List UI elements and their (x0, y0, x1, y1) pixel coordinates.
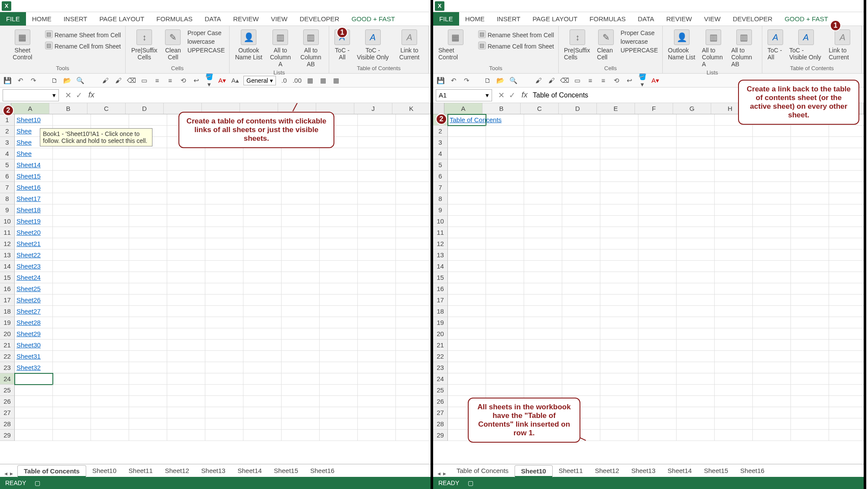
cell[interactable] (677, 137, 715, 148)
cell[interactable] (358, 272, 396, 283)
cell[interactable] (524, 249, 562, 261)
cell[interactable] (829, 216, 864, 227)
cell[interactable] (829, 362, 864, 373)
font-color-icon[interactable]: A▾ (217, 76, 227, 85)
cell[interactable] (205, 373, 243, 385)
cell[interactable] (600, 362, 638, 373)
cell[interactable] (829, 227, 864, 238)
cell[interactable] (677, 295, 715, 306)
cell[interactable] (91, 227, 129, 238)
open-icon[interactable]: 📂 (62, 76, 72, 85)
column-header[interactable]: D (559, 103, 597, 114)
cell[interactable] (396, 317, 431, 328)
cell[interactable] (715, 204, 753, 216)
cell[interactable] (53, 114, 91, 126)
cell[interactable] (677, 362, 715, 373)
cell[interactable] (167, 249, 205, 261)
row-header[interactable]: 20 (433, 328, 448, 340)
cell[interactable] (448, 272, 486, 283)
paint-icon[interactable]: 🖌 (547, 76, 556, 85)
row-header[interactable]: 15 (433, 272, 448, 283)
cell[interactable] (53, 148, 91, 159)
cell[interactable] (205, 193, 243, 204)
cell[interactable] (562, 385, 600, 396)
cell[interactable] (677, 171, 715, 182)
cell[interactable] (600, 249, 638, 261)
cell[interactable] (829, 295, 864, 306)
column-header[interactable]: A (444, 103, 483, 114)
cell[interactable] (791, 137, 829, 148)
cell[interactable] (524, 216, 562, 227)
cell[interactable] (638, 328, 677, 340)
cell[interactable] (129, 272, 167, 283)
cell[interactable] (677, 238, 715, 249)
cell[interactable] (53, 159, 91, 171)
presuffix-button[interactable]: ↕Pre|Suffix Cells (561, 28, 593, 62)
cell[interactable] (358, 137, 396, 148)
cell[interactable] (791, 283, 829, 295)
cell[interactable] (282, 171, 320, 182)
cell[interactable] (396, 159, 431, 171)
cell[interactable]: Sheet16 (15, 182, 53, 193)
cell[interactable] (753, 362, 791, 373)
cell[interactable] (15, 373, 53, 385)
cell[interactable] (167, 373, 205, 385)
cell[interactable] (205, 306, 243, 317)
cell[interactable] (358, 238, 396, 249)
cell[interactable] (562, 306, 600, 317)
cell[interactable] (129, 238, 167, 249)
nav-next-icon[interactable]: ▸ (10, 470, 13, 477)
cell[interactable] (562, 137, 600, 148)
row-header[interactable]: 18 (433, 306, 448, 317)
cell[interactable] (396, 227, 431, 238)
cell[interactable] (524, 171, 562, 182)
cell[interactable] (524, 351, 562, 362)
cell[interactable] (638, 249, 677, 261)
cell[interactable] (486, 126, 524, 137)
cell[interactable] (448, 317, 486, 328)
row-header[interactable]: 25 (0, 385, 15, 396)
row-header[interactable]: 15 (0, 272, 15, 283)
cell[interactable] (282, 295, 320, 306)
cell[interactable] (282, 272, 320, 283)
cell[interactable] (396, 114, 431, 126)
cell[interactable] (91, 396, 129, 407)
cell[interactable] (358, 159, 396, 171)
cell[interactable] (638, 148, 677, 159)
cell[interactable] (829, 193, 864, 204)
tab-data[interactable]: DATA (632, 12, 660, 26)
row-header[interactable]: 16 (0, 283, 15, 295)
tab-data[interactable]: DATA (198, 12, 227, 26)
cell[interactable] (753, 227, 791, 238)
tab-developer[interactable]: DEVELOPER (294, 12, 346, 26)
fill-color-icon[interactable]: 🪣▾ (638, 76, 647, 85)
indent-icon[interactable]: ≡ (586, 76, 595, 85)
cell[interactable] (205, 182, 243, 193)
column-header[interactable]: B (483, 103, 521, 114)
cell[interactable] (167, 418, 205, 430)
cell[interactable] (129, 114, 167, 126)
cell[interactable] (91, 430, 129, 441)
cell[interactable] (91, 159, 129, 171)
cell[interactable] (167, 430, 205, 441)
cell[interactable] (396, 295, 431, 306)
row-header[interactable]: 10 (433, 216, 448, 227)
cell[interactable] (638, 182, 677, 193)
cell[interactable] (715, 407, 753, 418)
cell[interactable] (205, 418, 243, 430)
cell[interactable] (715, 340, 753, 351)
cell[interactable] (638, 159, 677, 171)
sheet-tab[interactable]: Sheet12 (589, 465, 625, 477)
cell[interactable] (829, 159, 864, 171)
cell[interactable] (282, 430, 320, 441)
nav-next-icon[interactable]: ▸ (443, 470, 446, 477)
row-header[interactable]: 2 (433, 126, 448, 137)
cell[interactable] (243, 216, 282, 227)
align-icon[interactable]: ≡ (165, 76, 175, 85)
cell[interactable] (243, 385, 282, 396)
cell[interactable] (396, 249, 431, 261)
cell[interactable] (753, 272, 791, 283)
cell[interactable] (167, 148, 205, 159)
cell[interactable] (396, 171, 431, 182)
cell[interactable] (167, 238, 205, 249)
